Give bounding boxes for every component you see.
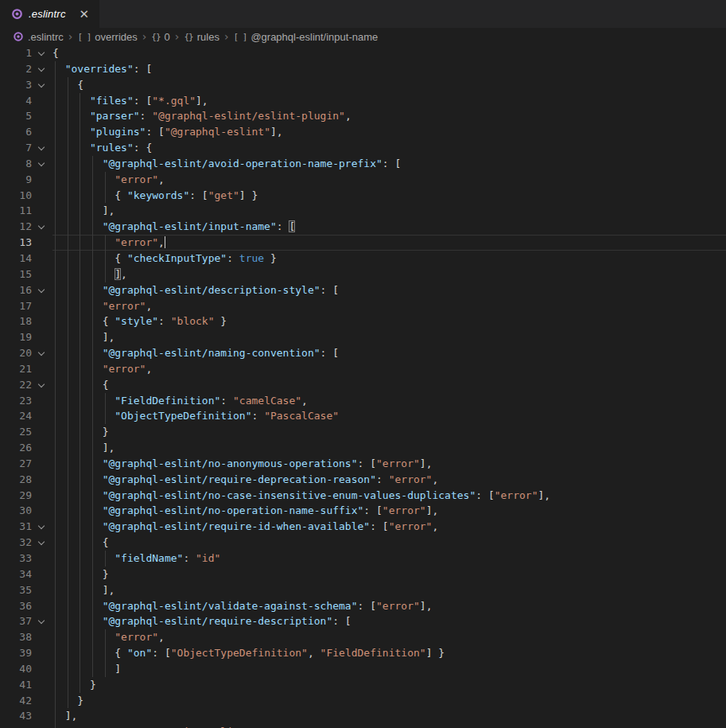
indent-guide	[92, 661, 93, 677]
indent-guide	[105, 661, 106, 677]
fold-chevron-icon[interactable]	[32, 377, 52, 393]
code-token: ],	[103, 584, 115, 596]
code-line[interactable]: 34 }	[0, 566, 726, 582]
fold-chevron-icon[interactable]	[32, 61, 52, 77]
code-line[interactable]: 16 "@graphql-eslint/description-style": …	[0, 282, 726, 298]
fold-gutter	[32, 124, 52, 140]
code-line[interactable]: 7 "rules": {	[0, 140, 726, 156]
code-line[interactable]: 31 "@graphql-eslint/require-id-when-avai…	[0, 519, 726, 535]
code-line[interactable]: 42 }	[0, 693, 726, 709]
fold-chevron-icon[interactable]	[32, 140, 52, 156]
code-token: }	[90, 679, 96, 691]
line-content: ],	[52, 582, 726, 598]
indent-guide	[92, 613, 93, 629]
code-line[interactable]: 30 "@graphql-eslint/no-operation-name-su…	[0, 503, 726, 519]
code-token: : {	[134, 142, 152, 154]
code-token: : [	[363, 504, 382, 516]
line-content: }	[52, 677, 726, 693]
code-line[interactable]: 5 "parser": "@graphql-eslint/eslint-plug…	[0, 108, 726, 124]
code-line[interactable]: 41 }	[0, 677, 726, 693]
code-line[interactable]: 9 "error",	[0, 172, 726, 188]
fold-chevron-icon[interactable]	[32, 519, 52, 535]
code-line[interactable]: 23 "FieldDefinition": "camelCase",	[0, 393, 726, 409]
code-line[interactable]: 38 "error",	[0, 629, 726, 645]
fold-chevron-icon[interactable]	[32, 345, 52, 361]
line-number: 22	[0, 377, 32, 393]
code-line[interactable]: 1{	[0, 45, 726, 61]
code-line[interactable]: 27 "@graphql-eslint/no-anonymous-operati…	[0, 456, 726, 472]
fold-chevron-icon[interactable]	[32, 613, 52, 629]
fold-chevron-icon[interactable]	[32, 156, 52, 172]
indent-guide	[55, 582, 56, 598]
close-icon[interactable]: ✕	[77, 6, 92, 21]
code-line[interactable]: 8 "@graphql-eslint/avoid-operation-name-…	[0, 156, 726, 172]
indent-guide	[55, 488, 56, 504]
fold-chevron-icon[interactable]	[32, 45, 52, 61]
breadcrumb-item[interactable]: .eslintrc	[13, 31, 64, 43]
line-number: 28	[0, 472, 32, 488]
fold-chevron-icon[interactable]	[32, 77, 52, 93]
breadcrumb-item[interactable]: {}0	[151, 31, 169, 43]
code-line[interactable]: 26 ],	[0, 440, 726, 456]
code-line[interactable]: 24 "ObjectTypeDefinition": "PascalCase"	[0, 408, 726, 424]
code-line[interactable]: 44 "parser": "@typescript-eslint/parser"	[0, 724, 726, 728]
indent-guide	[105, 267, 106, 282]
code-line[interactable]: 33 "fieldName": "id"	[0, 551, 726, 566]
indent-guide	[55, 203, 56, 219]
line-content: ],	[52, 708, 726, 724]
indent-guide	[80, 566, 80, 582]
code-line[interactable]: 4 "files": ["*.gql"],	[0, 93, 726, 109]
code-token: ],	[538, 489, 551, 501]
line-number: 11	[0, 203, 32, 219]
indent-guide	[105, 629, 106, 645]
code-line[interactable]: 12 "@graphql-eslint/input-name": [	[0, 219, 726, 235]
code-token: "ObjectTypeDefinition"	[115, 410, 251, 422]
code-line[interactable]: 10 { "keywords": ["get"] }	[0, 188, 726, 204]
code-line[interactable]: 17 "error",	[0, 298, 726, 314]
line-number: 23	[0, 393, 32, 409]
code-editor[interactable]: 1{2 "overrides": [3 {4 "files": ["*.gql"…	[0, 45, 726, 728]
code-line[interactable]: 15 ],	[0, 267, 726, 282]
code-line[interactable]: 35 ],	[0, 582, 726, 598]
code-line[interactable]: 20 "@graphql-eslint/naming-convention": …	[0, 345, 726, 361]
indent-guide	[55, 77, 56, 93]
code-line[interactable]: 40 ]	[0, 661, 726, 677]
code-line[interactable]: 39 { "on": ["ObjectTypeDefinition", "Fie…	[0, 645, 726, 661]
code-line[interactable]: 14 { "checkInputType": true }	[0, 251, 726, 267]
code-line[interactable]: 11 ],	[0, 203, 726, 219]
breadcrumb-item[interactable]: [ ]overrides	[77, 31, 137, 43]
code-line[interactable]: 18 { "style": "block" }	[0, 313, 726, 329]
indent-guide	[55, 566, 56, 582]
code-line[interactable]: 3 {	[0, 77, 726, 93]
code-token: : [	[152, 647, 170, 659]
eslint-icon	[13, 31, 24, 42]
code-line[interactable]: 25 }	[0, 424, 726, 440]
breadcrumb-item[interactable]: {}rules	[184, 31, 219, 43]
indent-guide	[92, 219, 93, 235]
code-line[interactable]: 21 "error",	[0, 361, 726, 377]
code-line[interactable]: 19 ],	[0, 329, 726, 345]
code-line[interactable]: 37 "@graphql-eslint/require-description"…	[0, 613, 726, 629]
code-token: ],	[196, 95, 208, 107]
code-line[interactable]: 2 "overrides": [	[0, 61, 726, 77]
code-line[interactable]: 22 {	[0, 377, 726, 393]
code-line[interactable]: 29 "@graphql-eslint/no-case-insensitive-…	[0, 488, 726, 504]
code-token: "@graphql-eslint/description-style"	[103, 284, 320, 296]
code-line[interactable]: 6 "plugins": ["@graphql-eslint"],	[0, 124, 726, 140]
code-line[interactable]: 43 ],	[0, 708, 726, 724]
fold-chevron-icon[interactable]	[32, 535, 52, 551]
fold-chevron-icon[interactable]	[32, 282, 52, 298]
code-line[interactable]: 13 "error",	[0, 235, 726, 251]
code-line[interactable]: 32 {	[0, 535, 726, 551]
code-token: : [	[358, 457, 376, 469]
line-content: "@graphql-eslint/input-name": [	[52, 219, 726, 235]
fold-chevron-icon[interactable]	[32, 219, 52, 235]
indent-guide	[68, 551, 68, 566]
code-line[interactable]: 36 "@graphql-eslint/validate-against-sch…	[0, 598, 726, 614]
breadcrumb-item[interactable]: [ ]@graphql-eslint/input-name	[234, 31, 379, 43]
eslint-icon	[11, 8, 23, 20]
fold-gutter	[32, 645, 52, 661]
line-number: 30	[0, 503, 32, 519]
tab-eslintrc[interactable]: .eslintrc ✕	[0, 0, 99, 28]
code-line[interactable]: 28 "@graphql-eslint/require-deprecation-…	[0, 472, 726, 488]
